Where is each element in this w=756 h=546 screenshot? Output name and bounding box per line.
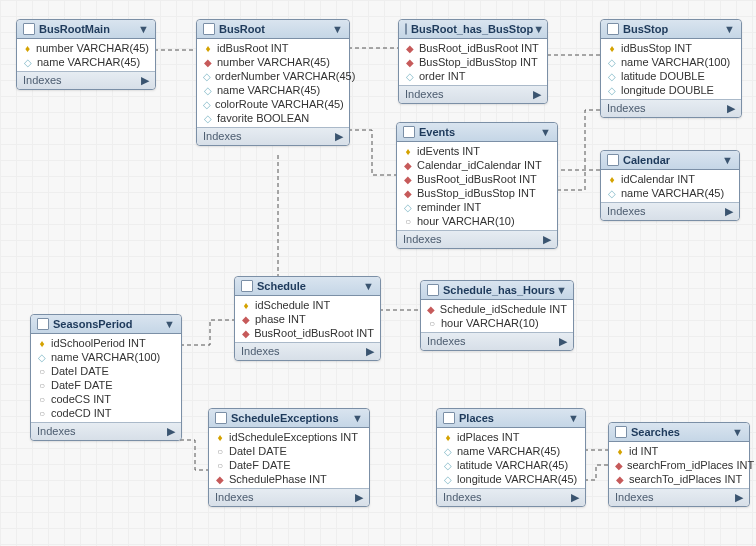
column[interactable]: ♦idEvents INT	[401, 144, 553, 158]
column[interactable]: ♦idBusRoot INT	[201, 41, 345, 55]
column[interactable]: ◆searchFrom_idPlaces INT	[613, 458, 745, 472]
column[interactable]: ◇name VARCHAR(45)	[441, 444, 581, 458]
entity-BusRootMain[interactable]: BusRootMain▼♦number VARCHAR(45)◇name VAR…	[16, 19, 156, 90]
entity-SeasonsPeriod[interactable]: SeasonsPeriod▼♦idSchoolPeriod INT◇name V…	[30, 314, 182, 441]
column[interactable]: ◆BusStop_idBusStop INT	[403, 55, 543, 69]
column[interactable]: ◇name VARCHAR(100)	[35, 350, 177, 364]
column[interactable]: ♦idPlaces INT	[441, 430, 581, 444]
entity-header[interactable]: BusRoot▼	[197, 20, 349, 39]
column[interactable]: ◇reminder INT	[401, 200, 553, 214]
expand-icon[interactable]: ▶	[725, 205, 733, 218]
entity-header[interactable]: Calendar▼	[601, 151, 739, 170]
entity-header[interactable]: ScheduleExceptions▼	[209, 409, 369, 428]
expand-icon[interactable]: ▶	[167, 425, 175, 438]
column[interactable]: ◇name VARCHAR(45)	[201, 83, 345, 97]
column[interactable]: ○codeCS INT	[35, 392, 177, 406]
entity-header[interactable]: BusStop▼	[601, 20, 741, 39]
expand-icon[interactable]: ▶	[355, 491, 363, 504]
column[interactable]: ◇longitude VARCHAR(45)	[441, 472, 581, 486]
indexes-section[interactable]: Indexes▶	[31, 422, 181, 440]
column[interactable]: ◇name VARCHAR(100)	[605, 55, 737, 69]
expand-icon[interactable]: ▶	[727, 102, 735, 115]
column[interactable]: ◆Calendar_idCalendar INT	[401, 158, 553, 172]
entity-header[interactable]: Schedule▼	[235, 277, 380, 296]
collapse-icon[interactable]: ▼	[533, 23, 544, 35]
collapse-icon[interactable]: ▼	[724, 23, 735, 35]
column[interactable]: ◇colorRoute VARCHAR(45)	[201, 97, 345, 111]
entity-BusRoot[interactable]: BusRoot▼♦idBusRoot INT◆number VARCHAR(45…	[196, 19, 350, 146]
column[interactable]: ◇favorite BOOLEAN	[201, 111, 345, 125]
collapse-icon[interactable]: ▼	[732, 426, 743, 438]
entity-header[interactable]: Schedule_has_Hours▼	[421, 281, 573, 300]
indexes-section[interactable]: Indexes▶	[397, 230, 557, 248]
column[interactable]: ○DateF DATE	[35, 378, 177, 392]
indexes-section[interactable]: Indexes▶	[399, 85, 547, 103]
collapse-icon[interactable]: ▼	[722, 154, 733, 166]
column[interactable]: ◆BusRoot_idBusRoot INT	[403, 41, 543, 55]
entity-Calendar[interactable]: Calendar▼♦idCalendar INT◇name VARCHAR(45…	[600, 150, 740, 221]
entity-Schedule_has_Hours[interactable]: Schedule_has_Hours▼◆Schedule_idSchedule …	[420, 280, 574, 351]
column[interactable]: ◆searchTo_idPlaces INT	[613, 472, 745, 486]
column[interactable]: ○hour VARCHAR(10)	[401, 214, 553, 228]
column[interactable]: ◆BusRoot_idBusRoot INT	[401, 172, 553, 186]
entity-header[interactable]: Places▼	[437, 409, 585, 428]
column[interactable]: ◆SchedulePhase INT	[213, 472, 365, 486]
expand-icon[interactable]: ▶	[141, 74, 149, 87]
expand-icon[interactable]: ▶	[366, 345, 374, 358]
entity-BusRoot_has_BusStop[interactable]: BusRoot_has_BusStop▼◆BusRoot_idBusRoot I…	[398, 19, 548, 104]
entity-BusStop[interactable]: BusStop▼♦idBusStop INT◇name VARCHAR(100)…	[600, 19, 742, 118]
expand-icon[interactable]: ▶	[735, 491, 743, 504]
indexes-section[interactable]: Indexes▶	[209, 488, 369, 506]
column[interactable]: ♦idScheduleExceptions INT	[213, 430, 365, 444]
entity-Places[interactable]: Places▼♦idPlaces INT◇name VARCHAR(45)◇la…	[436, 408, 586, 507]
collapse-icon[interactable]: ▼	[556, 284, 567, 296]
column[interactable]: ○DateI DATE	[35, 364, 177, 378]
expand-icon[interactable]: ▶	[533, 88, 541, 101]
entity-header[interactable]: Searches▼	[609, 423, 749, 442]
column[interactable]: ◆Schedule_idSchedule INT	[425, 302, 569, 316]
indexes-section[interactable]: Indexes▶	[437, 488, 585, 506]
entity-header[interactable]: BusRootMain▼	[17, 20, 155, 39]
column[interactable]: ◇orderNumber VARCHAR(45)	[201, 69, 345, 83]
collapse-icon[interactable]: ▼	[352, 412, 363, 424]
column[interactable]: ◆BusRoot_idBusRoot INT	[239, 326, 376, 340]
expand-icon[interactable]: ▶	[543, 233, 551, 246]
column[interactable]: ○hour VARCHAR(10)	[425, 316, 569, 330]
indexes-section[interactable]: Indexes▶	[235, 342, 380, 360]
entity-header[interactable]: SeasonsPeriod▼	[31, 315, 181, 334]
column[interactable]: ♦idCalendar INT	[605, 172, 735, 186]
entity-Searches[interactable]: Searches▼♦id INT◆searchFrom_idPlaces INT…	[608, 422, 750, 507]
entity-header[interactable]: Events▼	[397, 123, 557, 142]
column[interactable]: ◆phase INT	[239, 312, 376, 326]
column[interactable]: ○DateF DATE	[213, 458, 365, 472]
entity-header[interactable]: BusRoot_has_BusStop▼	[399, 20, 547, 39]
column[interactable]: ◆number VARCHAR(45)	[201, 55, 345, 69]
column[interactable]: ◇latitude DOUBLE	[605, 69, 737, 83]
column[interactable]: ◇longitude DOUBLE	[605, 83, 737, 97]
collapse-icon[interactable]: ▼	[138, 23, 149, 35]
expand-icon[interactable]: ▶	[559, 335, 567, 348]
column[interactable]: ○codeCD INT	[35, 406, 177, 420]
column[interactable]: ◇name VARCHAR(45)	[605, 186, 735, 200]
column[interactable]: ◇latitude VARCHAR(45)	[441, 458, 581, 472]
collapse-icon[interactable]: ▼	[164, 318, 175, 330]
expand-icon[interactable]: ▶	[571, 491, 579, 504]
entity-ScheduleExceptions[interactable]: ScheduleExceptions▼♦idScheduleExceptions…	[208, 408, 370, 507]
column[interactable]: ♦idSchedule INT	[239, 298, 376, 312]
indexes-section[interactable]: Indexes▶	[601, 99, 741, 117]
collapse-icon[interactable]: ▼	[363, 280, 374, 292]
entity-Events[interactable]: Events▼♦idEvents INT◆Calendar_idCalendar…	[396, 122, 558, 249]
column[interactable]: ◇name VARCHAR(45)	[21, 55, 151, 69]
column[interactable]: ○DateI DATE	[213, 444, 365, 458]
column[interactable]: ◇order INT	[403, 69, 543, 83]
column[interactable]: ♦idSchoolPeriod INT	[35, 336, 177, 350]
column[interactable]: ♦idBusStop INT	[605, 41, 737, 55]
indexes-section[interactable]: Indexes▶	[601, 202, 739, 220]
collapse-icon[interactable]: ▼	[332, 23, 343, 35]
column[interactable]: ◆BusStop_idBusStop INT	[401, 186, 553, 200]
entity-Schedule[interactable]: Schedule▼♦idSchedule INT◆phase INT◆BusRo…	[234, 276, 381, 361]
indexes-section[interactable]: Indexes▶	[17, 71, 155, 89]
column[interactable]: ♦id INT	[613, 444, 745, 458]
indexes-section[interactable]: Indexes▶	[197, 127, 349, 145]
collapse-icon[interactable]: ▼	[540, 126, 551, 138]
